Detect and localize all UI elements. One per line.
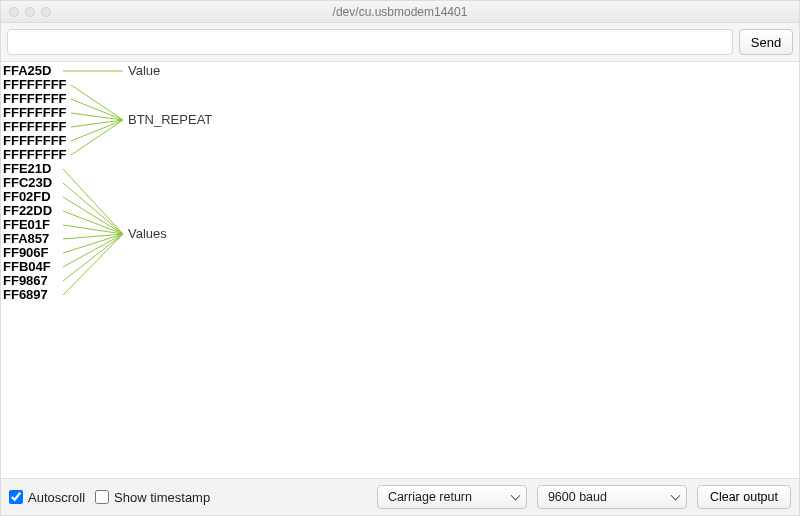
annotation-btn-repeat: BTN_REPEAT [128, 112, 212, 127]
annotation-values: Values [128, 226, 167, 241]
output-area[interactable]: FFA25DFFFFFFFFFFFFFFFFFFFFFFFFFFFFFFFFFF… [1, 62, 799, 479]
svg-line-8 [63, 183, 123, 234]
input-row: Send [1, 23, 799, 62]
output-line: FFE01F [3, 218, 67, 232]
svg-line-12 [63, 234, 123, 239]
output-line: FF9867 [3, 274, 67, 288]
output-line: FFB04F [3, 260, 67, 274]
annotation-value: Value [128, 63, 160, 78]
output-line: FFFFFFFF [3, 78, 67, 92]
timestamp-label: Show timestamp [114, 490, 210, 505]
timestamp-checkbox[interactable]: Show timestamp [95, 490, 210, 505]
svg-line-6 [71, 120, 123, 155]
svg-line-11 [63, 225, 123, 234]
output-line: FFFFFFFF [3, 120, 67, 134]
output-line: FFFFFFFF [3, 148, 67, 162]
annotation-lines [1, 62, 799, 479]
titlebar: /dev/cu.usbmodem14401 [1, 1, 799, 23]
svg-line-10 [63, 211, 123, 234]
window-title: /dev/cu.usbmodem14401 [1, 5, 799, 19]
output-line: FFA857 [3, 232, 67, 246]
autoscroll-label: Autoscroll [28, 490, 85, 505]
window-controls [1, 7, 51, 17]
serial-monitor-window: /dev/cu.usbmodem14401 Send FFA25DFFFFFFF… [0, 0, 800, 516]
svg-line-9 [63, 197, 123, 234]
output-lines: FFA25DFFFFFFFFFFFFFFFFFFFFFFFFFFFFFFFFFF… [3, 64, 67, 302]
svg-line-5 [71, 120, 123, 141]
zoom-icon[interactable] [41, 7, 51, 17]
close-icon[interactable] [9, 7, 19, 17]
baud-select-wrap: 9600 baud [537, 485, 687, 509]
baud-select[interactable]: 9600 baud [537, 485, 687, 509]
line-ending-select-wrap: Carriage return [377, 485, 527, 509]
output-line: FFFFFFFF [3, 92, 67, 106]
svg-line-3 [71, 113, 123, 120]
send-button[interactable]: Send [739, 29, 793, 55]
svg-line-14 [63, 234, 123, 267]
autoscroll-input[interactable] [9, 490, 23, 504]
svg-line-16 [63, 234, 123, 295]
output-line: FFC23D [3, 176, 67, 190]
clear-output-button[interactable]: Clear output [697, 485, 791, 509]
output-line: FFFFFFFF [3, 134, 67, 148]
output-line: FF906F [3, 246, 67, 260]
output-line: FF02FD [3, 190, 67, 204]
output-line: FF6897 [3, 288, 67, 302]
output-line: FFE21D [3, 162, 67, 176]
output-line: FFFFFFFF [3, 106, 67, 120]
output-line: FF22DD [3, 204, 67, 218]
timestamp-input[interactable] [95, 490, 109, 504]
output-line: FFA25D [3, 64, 67, 78]
bottom-bar: Autoscroll Show timestamp Carriage retur… [1, 479, 799, 515]
svg-line-2 [71, 99, 123, 120]
svg-line-15 [63, 234, 123, 281]
minimize-icon[interactable] [25, 7, 35, 17]
svg-line-7 [63, 169, 123, 234]
svg-line-13 [63, 234, 123, 253]
line-ending-select[interactable]: Carriage return [377, 485, 527, 509]
autoscroll-checkbox[interactable]: Autoscroll [9, 490, 85, 505]
svg-line-4 [71, 120, 123, 127]
command-input[interactable] [7, 29, 733, 55]
svg-line-1 [71, 85, 123, 120]
